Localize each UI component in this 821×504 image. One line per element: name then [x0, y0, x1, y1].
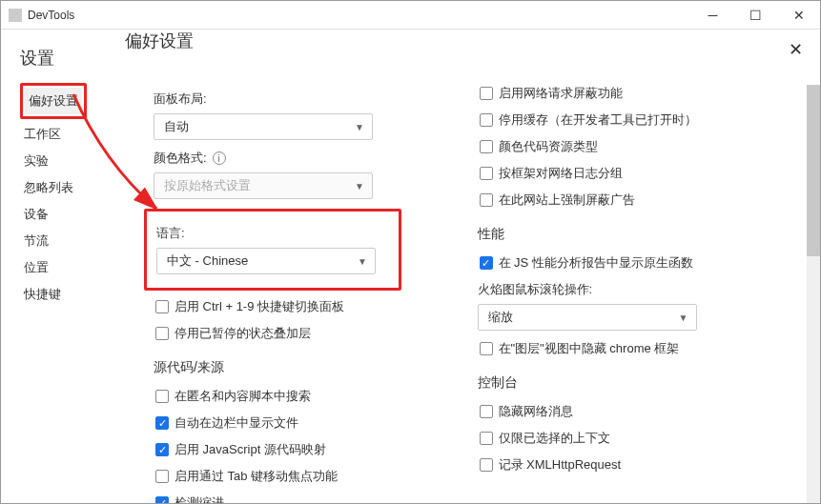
color-format-select[interactable]: 按原始格式设置 ▼: [154, 172, 373, 199]
section-sources: 源代码/来源: [154, 359, 449, 376]
color-format-value: 按原始格式设置: [164, 177, 251, 194]
checkbox-icon: ✓: [155, 416, 169, 430]
sidebar-item-locations[interactable]: 位置: [20, 254, 125, 281]
checkbox-detect-indent[interactable]: ✓ 检测缩进: [154, 494, 449, 503]
app-icon: [9, 9, 22, 22]
sidebar-item-throttling[interactable]: 节流: [20, 228, 125, 254]
checkbox-group-by-frame[interactable]: 按框架对网络日志分组: [478, 165, 792, 182]
scroll-thumb[interactable]: [807, 85, 820, 256]
checkbox-icon: [480, 405, 493, 418]
section-performance: 性能: [478, 226, 792, 243]
checkbox-icon: [480, 432, 493, 445]
chevron-down-icon: ▼: [679, 312, 688, 323]
language-value: 中文 - Chinese: [167, 252, 248, 270]
checkbox-icon: [155, 470, 169, 483]
color-format-label: 颜色格式: i: [154, 150, 449, 167]
checkbox-icon: [480, 87, 493, 100]
highlight-language: 语言: 中文 - Chinese ▼: [144, 209, 401, 291]
checkbox-icon: ✓: [155, 443, 169, 456]
checkbox-tab-focus[interactable]: 启用通过 Tab 键移动焦点功能: [154, 468, 449, 485]
checkbox-icon: [480, 113, 493, 127]
checkbox-anon-scripts[interactable]: 在匿名和内容脚本中搜索: [154, 388, 449, 405]
language-select[interactable]: 中文 - Chinese ▼: [156, 248, 376, 274]
panel-layout-value: 自动: [164, 118, 189, 135]
checkbox-icon: [480, 140, 493, 153]
checkbox-icon: ✓: [155, 496, 169, 503]
panel-layout-label: 面板布局:: [154, 91, 449, 108]
checkbox-sidebar-files[interactable]: ✓ 自动在边栏中显示文件: [154, 414, 449, 432]
minimize-button[interactable]: ─: [691, 1, 734, 30]
checkbox-force-adblock[interactable]: 在此网站上强制屏蔽广告: [478, 192, 792, 209]
flame-scroll-select[interactable]: 缩放 ▼: [478, 304, 697, 331]
window-title: DevTools: [28, 9, 691, 22]
checkbox-icon: [480, 193, 493, 207]
info-icon[interactable]: i: [213, 151, 226, 165]
highlight-preferences: 偏好设置: [20, 83, 87, 119]
sidebar-item-preferences[interactable]: 偏好设置: [25, 88, 82, 114]
sidebar-item-devices[interactable]: 设备: [20, 201, 125, 228]
flame-scroll-label: 火焰图鼠标滚轮操作:: [478, 281, 792, 298]
chevron-down-icon: ▼: [355, 181, 364, 192]
checkbox-color-res-type[interactable]: 颜色代码资源类型: [478, 138, 792, 155]
checkbox-ctrl19[interactable]: 启用 Ctrl + 1-9 快捷键切换面板: [154, 298, 449, 315]
checkbox-hide-chrome-frame[interactable]: 在"图层"视图中隐藏 chrome 框架: [478, 340, 792, 357]
sidebar-item-ignorelist[interactable]: 忽略列表: [20, 174, 125, 201]
checkbox-js-maps[interactable]: ✓ 启用 JavaScript 源代码映射: [154, 441, 449, 458]
checkbox-disable-cache[interactable]: 停用缓存（在开发者工具已打开时）: [478, 111, 792, 129]
language-label: 语言:: [156, 225, 389, 242]
maximize-button[interactable]: ☐: [734, 1, 777, 30]
checkbox-icon: [480, 167, 493, 180]
window-titlebar: DevTools ─ ☐ ✕: [1, 1, 820, 30]
checkbox-icon: [155, 390, 169, 403]
checkbox-hide-net-msg[interactable]: 隐藏网络消息: [478, 403, 792, 420]
panel-layout-select[interactable]: 自动 ▼: [154, 113, 373, 140]
checkbox-icon: [480, 342, 493, 355]
sidebar-item-shortcuts[interactable]: 快捷键: [20, 281, 125, 308]
section-console: 控制台: [478, 374, 792, 392]
flame-scroll-value: 缩放: [488, 309, 513, 326]
checkbox-icon: [155, 300, 169, 313]
checkbox-selected-ctx[interactable]: 仅限已选择的上下文: [478, 430, 792, 447]
sidebar-item-experiments[interactable]: 实验: [20, 148, 125, 174]
close-window-button[interactable]: ✕: [777, 1, 820, 30]
checkbox-pause-overlay[interactable]: 停用已暂停的状态叠加层: [154, 325, 449, 342]
main-title: 偏好设置: [125, 30, 194, 52]
checkbox-icon: ✓: [480, 256, 493, 270]
chevron-down-icon: ▼: [355, 122, 364, 132]
checkbox-net-block[interactable]: 启用网络请求屏蔽功能: [478, 85, 792, 102]
checkbox-icon: [155, 327, 169, 340]
scrollbar[interactable]: [807, 85, 820, 503]
checkbox-native-fns[interactable]: ✓ 在 JS 性能分析报告中显示原生函数: [478, 254, 792, 272]
sidebar-item-workspace[interactable]: 工作区: [20, 121, 125, 148]
checkbox-log-xhr[interactable]: 记录 XMLHttpRequest: [478, 456, 792, 474]
checkbox-icon: [480, 458, 493, 472]
page-title: 设置: [20, 47, 125, 70]
chevron-down-icon: ▼: [358, 256, 367, 267]
